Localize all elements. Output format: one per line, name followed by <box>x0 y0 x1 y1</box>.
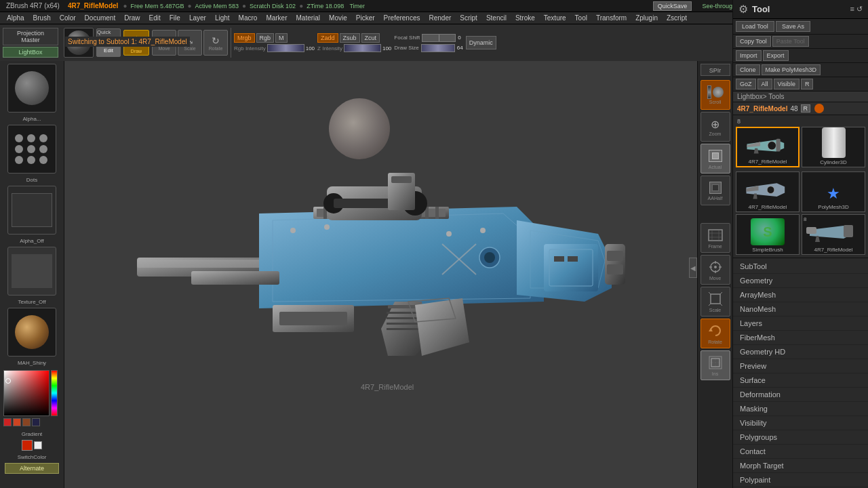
tool-thumb-polymesh[interactable]: ★ PolyMesh3D <box>802 171 865 212</box>
menu-document[interactable]: Document <box>81 14 120 22</box>
paste-tool-button[interactable]: Paste Tool <box>772 36 809 47</box>
tool-list-geometry-hd[interactable]: Geometry HD <box>733 345 868 359</box>
menu-stroke[interactable]: Stroke <box>511 14 539 22</box>
material-thumbnail[interactable] <box>7 308 56 357</box>
menu-material[interactable]: Material <box>292 14 325 22</box>
tool-list-surface[interactable]: Surface <box>733 373 868 388</box>
menu-macro[interactable]: Macro <box>235 14 262 22</box>
quicksave-button[interactable]: QuickSave <box>653 1 692 11</box>
tool-refresh-icon[interactable]: ↺ <box>856 5 863 14</box>
move-icon-button[interactable]: Move <box>701 255 730 285</box>
menu-draw[interactable]: Draw <box>120 14 144 22</box>
menu-brush[interactable]: Brush <box>29 14 55 22</box>
tool-list-subtool[interactable]: SubTool <box>733 260 868 274</box>
load-tool-button[interactable]: Load Tool <box>736 21 774 32</box>
r-button[interactable]: R <box>801 79 814 89</box>
svg-point-56 <box>480 228 486 233</box>
alpha-thumbnail[interactable] <box>7 64 56 113</box>
menu-edit[interactable]: Edit <box>145 14 165 22</box>
ins-button[interactable]: Ins <box>701 350 730 380</box>
tool-settings-icon[interactable]: ≡ <box>850 5 854 14</box>
tool-list-layers[interactable]: Layers <box>733 317 868 331</box>
actual-button[interactable]: Actual <box>701 144 730 174</box>
tool-list-polygroups[interactable]: Polygroups <box>733 430 868 445</box>
lightbox-button[interactable]: LightBox <box>3 47 58 58</box>
aahalf-button[interactable]: AAHalf <box>701 176 730 205</box>
menu-layer[interactable]: Layer <box>185 14 210 22</box>
tool-list-fibermesh[interactable]: FiberMesh <box>733 331 868 345</box>
viewport[interactable]: 4R7_RifleModel <box>64 61 697 488</box>
dots-thumbnail[interactable] <box>7 125 56 174</box>
import-button[interactable]: Import <box>736 50 762 61</box>
tool-thumb-rifle1[interactable]: 4R7_RifleModel <box>736 127 800 167</box>
tool-list-arraymesh[interactable]: ArrayMesh <box>733 288 868 302</box>
tool-list: SubTool Geometry ArrayMesh NanoMesh Laye… <box>733 258 868 488</box>
svg-rect-0 <box>709 230 722 241</box>
secondary-color-swatch[interactable] <box>34 441 42 449</box>
alpha-off-thumbnail[interactable] <box>7 186 56 235</box>
app-title: ZBrush 4R7 (x64) <box>3 1 63 10</box>
texture-off-thumbnail[interactable] <box>7 247 56 296</box>
export-button[interactable]: Export <box>763 50 789 61</box>
menu-zplugin[interactable]: Zplugin <box>631 14 662 22</box>
zadd-button[interactable]: Zadd <box>317 33 338 43</box>
make-polymesh-button[interactable]: Make PolyMesh3D <box>762 64 821 75</box>
alternate-button[interactable]: Alternate <box>5 463 59 474</box>
scroll-button[interactable]: Scroll <box>701 80 730 110</box>
menu-script[interactable]: Script <box>456 14 481 22</box>
rotate-button[interactable]: ↻ Rotate <box>203 30 228 56</box>
menu-render[interactable]: Render <box>425 14 456 22</box>
frame-button[interactable]: Frame <box>701 223 730 253</box>
menu-transform[interactable]: Transform <box>592 14 631 22</box>
subtool-model: 4R7_RifleModel <box>139 38 187 45</box>
tool-list-geometry[interactable]: Geometry <box>733 274 868 288</box>
tool-list-visibility[interactable]: Visibility <box>733 416 868 430</box>
zoom-button[interactable]: ⊕ Zoom <box>701 112 730 142</box>
save-as-button[interactable]: Save As <box>776 21 810 32</box>
menu-preferences[interactable]: Preferences <box>380 14 425 22</box>
visible-button[interactable]: Visible <box>774 79 800 89</box>
tool-list-masking[interactable]: Masking <box>733 402 868 416</box>
svg-rect-64 <box>554 256 564 262</box>
menu-picker[interactable]: Picker <box>352 14 379 22</box>
tool-list-morph-target[interactable]: Morph Target <box>733 459 868 473</box>
tool-list-deformation[interactable]: Deformation <box>733 388 868 402</box>
all-button[interactable]: All <box>757 79 772 89</box>
projection-master-button[interactable]: Projection Master <box>3 28 58 45</box>
menu-light[interactable]: Light <box>211 14 234 22</box>
menu-zscript[interactable]: Zscript <box>663 14 691 22</box>
tool-list-nanomesh[interactable]: NanoMesh <box>733 302 868 317</box>
menu-movie[interactable]: Movie <box>325 14 351 22</box>
panel-slide-toggle[interactable]: ◀ <box>689 258 697 278</box>
mrgb-button[interactable]: Mrgb <box>234 33 255 43</box>
tool-list-polypaint[interactable]: Polypaint <box>733 473 868 487</box>
scale-icon-button[interactable]: Scale <box>701 287 730 317</box>
menu-texture[interactable]: Texture <box>540 14 570 22</box>
subtool-notice: Switching to Subtool 1: 4R7_RifleModel <box>65 37 190 47</box>
color-picker[interactable] <box>2 369 62 428</box>
rotate-icon-button[interactable]: Rotate <box>701 319 730 348</box>
tool-thumb-simplebrush[interactable]: S SimpleBrush <box>736 214 800 255</box>
tool-list-preview[interactable]: Preview <box>733 359 868 373</box>
svg-point-69 <box>767 186 774 194</box>
menu-stencil[interactable]: Stencil <box>482 14 511 22</box>
tool-thumb-rifle3[interactable]: 8 4R7_RifleModel <box>802 214 865 255</box>
rgb-button[interactable]: Rgb <box>256 33 275 43</box>
menu-color[interactable]: Color <box>56 14 80 22</box>
focal-shift-val: 0 <box>458 35 460 41</box>
m-button[interactable]: M <box>275 33 288 43</box>
tool-thumb-cylinder[interactable]: Cylinder3D <box>802 127 865 167</box>
clone-button[interactable]: Clone <box>736 64 760 75</box>
main-color-swatch[interactable] <box>22 440 33 451</box>
dynamic-button[interactable]: Dynamic <box>466 36 496 49</box>
goz-button[interactable]: GoZ <box>736 79 756 89</box>
copy-tool-button[interactable]: Copy Tool <box>736 36 771 47</box>
menu-file[interactable]: File <box>165 14 184 22</box>
menu-alpha[interactable]: Alpha <box>3 14 28 22</box>
tool-list-contact[interactable]: Contact <box>733 445 868 459</box>
tool-thumb-rifle2[interactable]: 4R7_RifleModel <box>736 171 800 212</box>
menu-tool[interactable]: Tool <box>571 14 591 22</box>
zcut-button[interactable]: Zcut <box>361 33 380 43</box>
zsub-button[interactable]: Zsub <box>340 33 360 43</box>
menu-marker[interactable]: Marker <box>262 14 291 22</box>
